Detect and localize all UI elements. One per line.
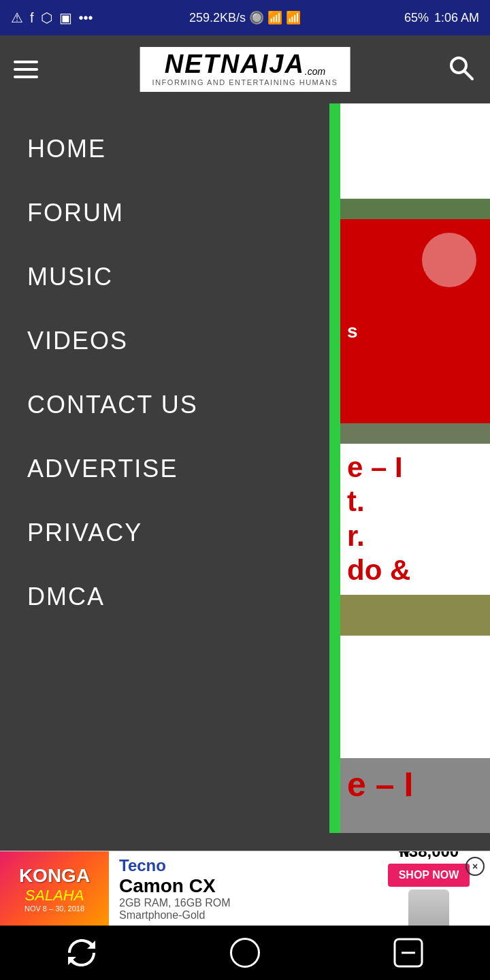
main-area: HOME FORUM MUSIC VIDEOS CONTACT US ADVER… <box>0 103 490 833</box>
ad-product-info: Tecno Camon CX 2GB RAM, 16GB ROMSmartpho… <box>109 851 368 926</box>
time-display: 1:06 AM <box>434 11 479 25</box>
ad-close-button[interactable]: × <box>466 857 485 876</box>
ad-event-sub: SALAHA <box>25 887 84 904</box>
right-image-mid <box>340 423 490 444</box>
sidebar-item-home[interactable]: HOME <box>0 117 340 181</box>
red-circle-decoration <box>422 233 476 287</box>
logo-text: NETNAIJA <box>165 51 305 77</box>
right-partial-label: s <box>347 321 358 342</box>
ad-x-icon[interactable]: × <box>466 857 485 876</box>
right-white-top <box>340 103 490 199</box>
advertisement-bar: konga SALAHA NOV 8 – 30, 2018 Tecno Camo… <box>0 851 490 926</box>
right-content-overlay: s e – I t. r. do & e – I <box>340 103 490 833</box>
sidebar-item-forum[interactable]: FORUM <box>0 181 340 245</box>
svg-line-1 <box>464 71 472 79</box>
nav-home-button[interactable] <box>218 932 272 973</box>
right-partial-text-2: t. <box>347 485 483 519</box>
right-content-text: e – I t. r. do & <box>340 444 490 595</box>
nav-back-button[interactable] <box>381 932 436 973</box>
battery-indicator: 65% <box>404 11 429 25</box>
status-bar-speed: 259.2KB/s 🔘 📶 📶 <box>189 10 301 25</box>
screen-icon: ▣ <box>59 10 72 26</box>
right-partial-text-1: e – I <box>347 451 483 485</box>
hamburger-line-1 <box>14 61 38 63</box>
right-red-block-1 <box>340 219 490 301</box>
messenger-icon: ⬡ <box>41 10 52 26</box>
bottom-navigation-bar <box>0 926 490 980</box>
ad-konga-logo-area: konga SALAHA NOV 8 – 30, 2018 <box>0 851 109 926</box>
logo-com: .com <box>305 66 325 77</box>
search-button[interactable] <box>446 53 476 86</box>
ad-phone-image <box>408 889 449 926</box>
ad-new-price: ₦38,000 <box>399 851 459 861</box>
ad-shop-button[interactable]: SHOP NOW <box>388 864 470 887</box>
sidebar-item-advertise[interactable]: ADVERTISE <box>0 437 340 501</box>
sidebar-item-videos[interactable]: VIDEOS <box>0 309 340 373</box>
right-red-block-2: s <box>340 301 490 362</box>
logo-tagline: INFORMING AND ENTERTAINING HUMANS <box>152 78 338 86</box>
sidebar-menu: HOME FORUM MUSIC VIDEOS CONTACT US ADVER… <box>0 103 340 833</box>
wifi-icon: 🔘 <box>249 11 267 24</box>
right-partial-text-4: do & <box>347 553 483 587</box>
sidebar-item-dmca[interactable]: DMCA <box>0 565 340 629</box>
ad-product-name: Camon CX <box>119 875 357 897</box>
ad-brand-name: Tecno <box>119 856 357 875</box>
status-bar: ⚠ f ⬡ ▣ ••• 259.2KB/s 🔘 📶 📶 65% 1:06 AM <box>0 0 490 35</box>
ad-store-name: konga <box>19 865 90 887</box>
sidebar-item-contact-us[interactable]: CONTACT US <box>0 373 340 437</box>
warning-icon: ⚠ <box>11 10 23 26</box>
logo-box: NETNAIJA .com INFORMING AND ENTERTAINING… <box>140 47 350 92</box>
hamburger-line-2 <box>14 68 38 71</box>
status-bar-right: 65% 1:06 AM <box>404 11 479 25</box>
right-red-block-3 <box>340 362 490 423</box>
hamburger-line-3 <box>14 76 38 78</box>
site-logo[interactable]: NETNAIJA .com INFORMING AND ENTERTAINING… <box>140 47 350 92</box>
ad-event-dates: NOV 8 – 30, 2018 <box>24 904 84 913</box>
sidebar-bottom-space <box>0 629 340 833</box>
more-icon: ••• <box>79 10 93 26</box>
right-small-img <box>340 595 490 636</box>
nav-refresh-button[interactable] <box>54 932 109 973</box>
right-white-lower <box>340 636 490 758</box>
status-bar-left: ⚠ f ⬡ ▣ ••• <box>11 10 93 26</box>
facebook-icon: f <box>30 10 34 26</box>
right-partial-text-3: r. <box>347 519 483 553</box>
sidebar-item-music[interactable]: MUSIC <box>0 245 340 309</box>
sidebar-item-privacy[interactable]: PRIVACY <box>0 501 340 565</box>
home-circle-icon <box>230 938 260 968</box>
top-navbar: NETNAIJA .com INFORMING AND ENTERTAINING… <box>0 35 490 103</box>
ad-specs: 2GB RAM, 16GB ROMSmartphone-Gold <box>119 897 357 921</box>
hamburger-menu-button[interactable] <box>14 61 38 78</box>
signal-icons: 📶 📶 <box>267 11 301 24</box>
right-partial-bottom-text: e – I <box>340 758 490 811</box>
right-image-partial <box>340 199 490 219</box>
